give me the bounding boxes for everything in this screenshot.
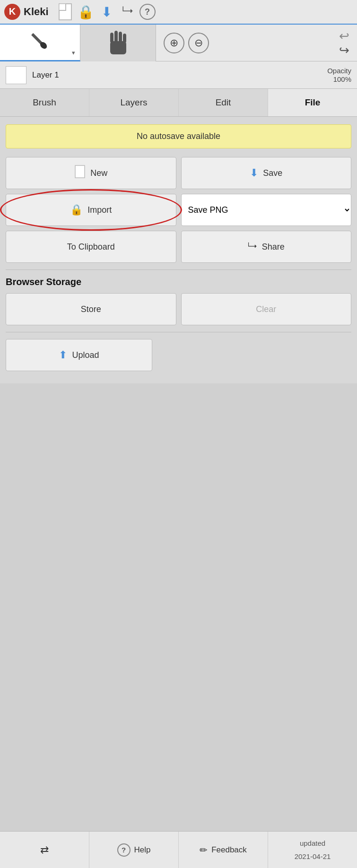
import-icon: 🔒 <box>70 204 83 216</box>
save-icon[interactable]: 🔒 <box>77 3 95 21</box>
autosave-notice: No autosave available <box>6 124 351 148</box>
swap-icon: ⇄ <box>40 844 49 856</box>
layer-bar: Layer 1 Opacity 100% <box>0 61 357 89</box>
chevron-down-icon: ▾ <box>72 49 75 56</box>
new-document-icon <box>74 165 86 181</box>
file-panel: No autosave available New ⬇ Save 🔒 Impor… <box>0 117 357 383</box>
tab-layers[interactable]: Layers <box>89 89 179 116</box>
bottom-bar: ⇄ ? Help ✏ Feedback updated 2021-04-21 <box>0 831 357 868</box>
svg-rect-3 <box>59 4 66 10</box>
tab-bar: Brush Layers Edit File <box>0 89 357 117</box>
logo-area: K Kleki <box>4 3 49 20</box>
divider-1 <box>6 269 351 270</box>
version-info: updated 2021-04-21 <box>268 832 357 868</box>
upload-button[interactable]: ⬆ Upload <box>6 339 152 371</box>
kleki-logo-icon: K <box>4 3 21 20</box>
divider-2 <box>6 332 351 332</box>
share-icon[interactable]: ⮡ <box>119 3 137 21</box>
zoom-in-button[interactable]: ⊕ <box>164 33 184 53</box>
svg-text:K: K <box>9 6 16 17</box>
brush-icon <box>25 27 55 57</box>
top-bar: K Kleki 🔒 ⬇ ⮡ ? <box>0 0 357 25</box>
share-icon: ⮡ <box>248 242 257 252</box>
share-button[interactable]: ⮡ Share <box>181 231 352 263</box>
new-save-row: New ⬇ Save <box>6 157 351 189</box>
store-button[interactable]: Store <box>6 293 176 325</box>
svg-rect-11 <box>75 165 85 178</box>
save-download-icon: ⬇ <box>250 167 258 179</box>
save-format-select[interactable]: Save PNG Save JPG Save WebP <box>181 194 352 226</box>
svg-rect-8 <box>114 31 118 43</box>
brush-tool-button[interactable]: ▾ <box>0 25 80 61</box>
import-savepng-row: 🔒 Import Save PNG Save JPG Save WebP <box>6 194 351 226</box>
opacity-display: Opacity 100% <box>327 67 351 84</box>
help-icon[interactable]: ? <box>139 4 156 20</box>
clear-button[interactable]: Clear <box>181 293 352 325</box>
download-icon[interactable]: ⬇ <box>98 3 116 21</box>
upload-icon: ⬆ <box>59 349 67 361</box>
toolbar: ▾ ⊕ ⊖ ↩ ↪ <box>0 25 357 61</box>
layer-thumbnail <box>6 66 26 84</box>
import-wrapper: 🔒 Import <box>6 194 176 226</box>
zoom-in-icon: ⊕ <box>170 37 178 49</box>
help-circle-icon: ? <box>117 843 131 857</box>
undo-redo-controls: ↩ ↪ <box>339 30 349 56</box>
feedback-icon: ✏ <box>200 844 208 856</box>
svg-rect-9 <box>119 32 122 43</box>
tab-brush[interactable]: Brush <box>0 89 89 116</box>
store-clear-row: Store Clear <box>6 293 351 325</box>
svg-rect-10 <box>123 34 126 43</box>
hand-icon <box>105 28 131 58</box>
import-button[interactable]: 🔒 Import <box>6 194 176 226</box>
undo-button[interactable]: ↩ <box>339 30 349 42</box>
tab-file[interactable]: File <box>268 89 357 116</box>
save-button[interactable]: ⬇ Save <box>181 157 352 189</box>
help-button[interactable]: ? Help <box>89 832 179 868</box>
upload-row: ⬆ Upload <box>6 339 351 371</box>
tab-edit[interactable]: Edit <box>179 89 268 116</box>
svg-rect-6 <box>110 41 126 54</box>
new-canvas-icon[interactable] <box>56 3 74 21</box>
swap-button[interactable]: ⇄ <box>0 832 89 868</box>
new-button[interactable]: New <box>6 157 176 189</box>
hand-tool-button[interactable] <box>80 25 156 61</box>
redo-button[interactable]: ↪ <box>339 44 349 56</box>
app-name: Kleki <box>24 6 49 18</box>
layer-name: Layer 1 <box>32 70 327 80</box>
to-clipboard-button[interactable]: To Clipboard <box>6 231 176 263</box>
svg-rect-7 <box>110 33 113 43</box>
browser-storage-header: Browser Storage <box>6 277 351 287</box>
zoom-out-icon: ⊖ <box>194 37 203 49</box>
save-format-dropdown[interactable]: Save PNG Save JPG Save WebP <box>181 194 352 226</box>
clipboard-share-row: To Clipboard ⮡ Share <box>6 231 351 263</box>
zoom-out-button[interactable]: ⊖ <box>188 33 209 53</box>
zoom-controls: ⊕ ⊖ <box>156 25 339 61</box>
feedback-button[interactable]: ✏ Feedback <box>179 832 268 868</box>
